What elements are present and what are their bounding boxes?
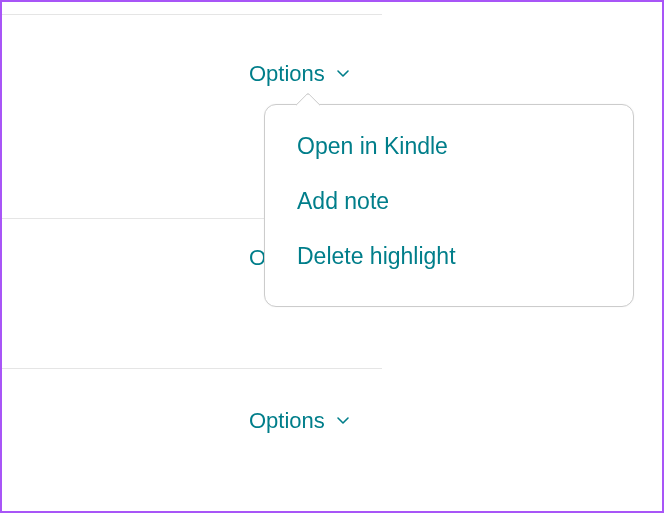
menu-item-add-note[interactable]: Add note [265, 174, 633, 229]
divider [2, 368, 382, 369]
dropdown-pointer [295, 92, 320, 117]
menu-item-delete-highlight[interactable]: Delete highlight [265, 229, 633, 284]
options-label: Options [249, 408, 325, 434]
options-trigger[interactable]: Options [249, 61, 351, 87]
options-dropdown: Open in Kindle Add note Delete highlight [264, 104, 634, 307]
chevron-down-icon [335, 61, 351, 87]
chevron-down-icon [335, 408, 351, 434]
options-trigger[interactable]: Options [249, 408, 351, 434]
menu-item-open-in-kindle[interactable]: Open in Kindle [265, 119, 633, 174]
options-label: Options [249, 61, 325, 87]
divider [2, 14, 382, 15]
